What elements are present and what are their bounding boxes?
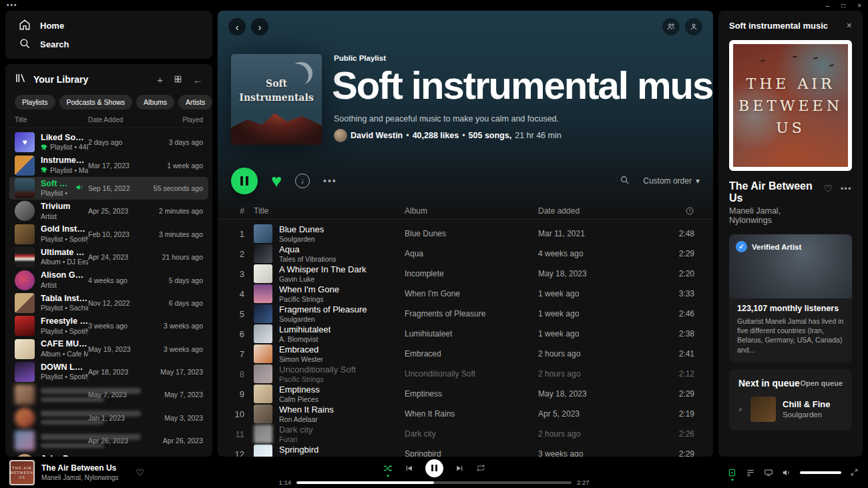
- save-track-heart-icon[interactable]: ♡: [823, 183, 832, 195]
- library-item-freestyle-beats[interactable]: Freestyle Beats Playlist • Spotify 3 wee…: [9, 314, 208, 337]
- filter-chip-artists[interactable]: Artists: [178, 95, 212, 109]
- track-row[interactable]: 9 EmptinessCalm Pieces Emptiness May 18,…: [223, 384, 708, 404]
- owner-avatar[interactable]: [334, 129, 347, 142]
- close-panel-icon[interactable]: ×: [847, 20, 852, 31]
- track-title[interactable]: Blue Dunes: [279, 224, 324, 235]
- library-icon[interactable]: [15, 72, 27, 87]
- track-row-unavailable[interactable]: 8 Unconditionally SoftPacific Strings Un…: [223, 364, 708, 384]
- filter-chip-albums[interactable]: Albums: [136, 95, 174, 109]
- panel-playlist-title[interactable]: Soft instrumental music: [729, 21, 828, 31]
- track-title[interactable]: Lumihiutaleet: [279, 324, 331, 335]
- filter-chip-podcasts[interactable]: Podcasts & Shows: [59, 95, 133, 109]
- sort-order-dropdown[interactable]: Custom order▾: [643, 176, 700, 186]
- player-heart-icon[interactable]: ♡: [136, 467, 145, 478]
- artist-about-card[interactable]: ✓Verified Artist 123,107 monthly listene…: [729, 234, 852, 362]
- track-row[interactable]: 10 When It RainsRon Adelaar When It Rain…: [223, 404, 708, 424]
- panel-track-artists[interactable]: Maneli Jamal, Nylonwings: [729, 206, 823, 225]
- track-album[interactable]: Dark city: [405, 429, 538, 439]
- volume-slider[interactable]: [800, 471, 841, 474]
- track-artist[interactable]: A. Blomqvist: [279, 335, 331, 344]
- friend-activity-button[interactable]: [662, 18, 680, 35]
- filter-chip-playlists[interactable]: Playlists: [15, 95, 55, 109]
- library-title[interactable]: Your Library: [33, 74, 150, 85]
- now-playing-album-art[interactable]: THE AIR BETWEEN US: [729, 40, 852, 171]
- track-title[interactable]: When It Rains: [279, 405, 334, 415]
- now-playing-view-button[interactable]: [728, 468, 737, 477]
- window-minimize-button[interactable]: –: [826, 2, 830, 9]
- track-album[interactable]: Fragments of Pleasure: [405, 309, 538, 318]
- track-artist[interactable]: Tales of Vibrations: [279, 255, 337, 264]
- track-row-unavailable[interactable]: 11 Dark cityFurari Dark city 2 hours ago…: [223, 424, 708, 444]
- shuffle-button[interactable]: [383, 463, 393, 473]
- track-album[interactable]: Embraced: [405, 349, 538, 358]
- library-item-alison-goldfrapp[interactable]: Alison Goldfrapp Artist 4 weeks ago 5 da…: [9, 268, 208, 291]
- library-item-redacted[interactable]: Apr 26, 2023 Apr 26, 2023: [9, 429, 208, 452]
- track-row[interactable]: 4 When I'm GonePacific Strings When I'm …: [223, 284, 708, 304]
- track-artist[interactable]: Calm Pieces: [279, 395, 320, 404]
- liked-heart-icon[interactable]: ♥: [271, 172, 282, 190]
- previous-track-button[interactable]: [405, 464, 413, 473]
- track-artist[interactable]: Ron Adelaar: [279, 415, 334, 424]
- track-artist[interactable]: Furari: [279, 435, 313, 444]
- library-item-cafe-music[interactable]: CAFE MUSIC ~STUDIO GHIB... Album • Cafe …: [9, 338, 208, 360]
- playlist-title[interactable]: Soft instrumental music: [332, 66, 700, 105]
- tracklist-search-icon[interactable]: [620, 175, 630, 188]
- track-title[interactable]: When I'm Gone: [279, 284, 339, 295]
- col-played[interactable]: Played: [150, 116, 203, 124]
- play-pause-button[interactable]: [425, 459, 443, 477]
- col-track-album[interactable]: Album: [405, 206, 538, 216]
- repeat-button[interactable]: [476, 463, 485, 473]
- track-row[interactable]: 7 EmbracedSimon Wester Embraced 2 hours …: [223, 344, 708, 364]
- track-artist[interactable]: Pacific Strings: [279, 295, 339, 304]
- track-artist[interactable]: Simon Wester: [279, 355, 323, 364]
- track-row[interactable]: 1 Blue DunesSoulgarden Blue Dunes Mar 11…: [223, 224, 708, 244]
- player-track-title[interactable]: The Air Between Us: [41, 463, 119, 473]
- track-album[interactable]: Springbird: [405, 449, 538, 457]
- playlist-owner[interactable]: David Westin: [351, 131, 403, 140]
- open-queue-link[interactable]: Open queue: [800, 379, 843, 387]
- col-track-title[interactable]: Title: [254, 206, 405, 216]
- col-title[interactable]: Title: [15, 116, 88, 124]
- track-title[interactable]: Aqua: [279, 244, 337, 255]
- window-close-button[interactable]: ×: [857, 2, 861, 9]
- volume-icon[interactable]: [782, 468, 791, 477]
- track-row[interactable]: 12 SpringbirdLennie Rhoads, Nylonwings S…: [223, 444, 708, 457]
- track-title[interactable]: A Whisper In The Dark: [279, 264, 367, 275]
- next-track-button[interactable]: [455, 464, 464, 473]
- library-item-liked-songs[interactable]: ♥ Liked Songs Playlist • 448 songs 2 day…: [9, 131, 208, 154]
- track-title[interactable]: Springbird: [279, 445, 366, 455]
- queue-item-title[interactable]: Chill & Fine: [783, 399, 831, 409]
- window-maximize-button[interactable]: □: [841, 2, 845, 9]
- library-item-redacted[interactable]: May 7, 2023 May 7, 2023: [9, 383, 208, 406]
- duration-clock-icon[interactable]: [662, 206, 700, 216]
- track-row[interactable]: 3 A Whisper In The DarkGavin Luke Incomp…: [223, 264, 708, 284]
- forward-button[interactable]: ›: [251, 18, 268, 35]
- nav-home[interactable]: Home: [13, 16, 204, 35]
- track-row[interactable]: 2 AquaTales of Vibrations Aqua 4 weeks a…: [223, 244, 708, 264]
- track-title[interactable]: Emptiness: [279, 385, 320, 395]
- queue-item-artist[interactable]: Soulgarden: [783, 411, 831, 419]
- track-artist[interactable]: Soulgarden: [279, 315, 367, 324]
- track-title[interactable]: Fragments of Pleasure: [279, 304, 367, 315]
- collapse-sidebar-button[interactable]: ←: [193, 75, 203, 85]
- track-title[interactable]: Embraced: [279, 344, 323, 355]
- col-date-added[interactable]: Date Added: [88, 116, 150, 124]
- track-title[interactable]: Unconditionally Soft: [279, 364, 356, 375]
- grid-view-icon[interactable]: [174, 75, 182, 85]
- back-button[interactable]: ‹: [228, 18, 246, 35]
- track-row[interactable]: 5 Fragments of PleasureSoulgarden Fragme…: [223, 304, 708, 324]
- track-more-options[interactable]: •••: [841, 184, 852, 194]
- library-item-redacted[interactable]: Jan 1, 2023 May 3, 2023: [9, 407, 208, 429]
- connect-device-button[interactable]: [764, 468, 773, 477]
- library-item-soft-instrumental[interactable]: Soft instrumental music Playlist • David…: [9, 177, 208, 200]
- create-playlist-button[interactable]: +: [157, 75, 163, 85]
- track-album[interactable]: Unconditionally Soft: [405, 369, 538, 379]
- progress-bar[interactable]: [296, 481, 572, 484]
- track-album[interactable]: Incomplete: [405, 269, 538, 278]
- more-options-button[interactable]: •••: [323, 176, 337, 186]
- track-album[interactable]: Emptiness: [405, 389, 538, 399]
- track-album[interactable]: Blue Dunes: [405, 229, 538, 238]
- col-track-date[interactable]: Date added: [538, 206, 662, 216]
- track-artist[interactable]: Soulgarden: [279, 235, 324, 244]
- library-item-trivium[interactable]: Trivium Artist Apr 25, 2023 2 minutes ag…: [9, 200, 208, 222]
